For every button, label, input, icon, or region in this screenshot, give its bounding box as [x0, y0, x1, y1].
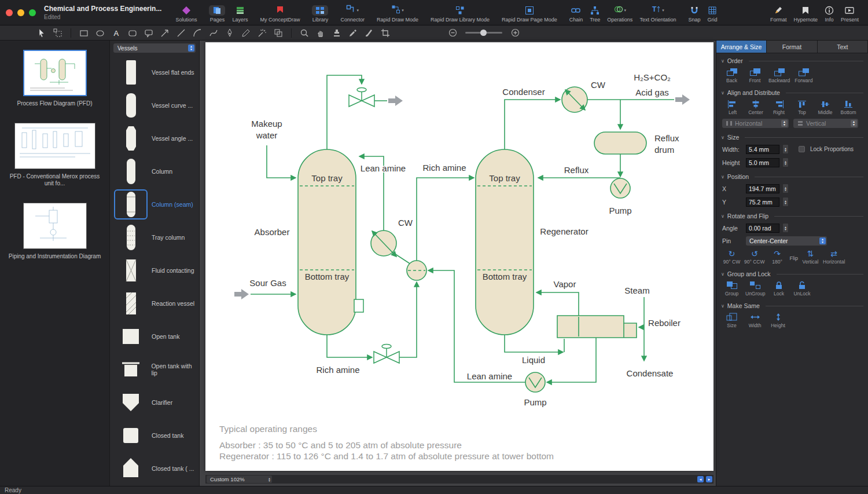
label-condensate[interactable]: Condensate [627, 368, 674, 378]
toolbar-button-library[interactable]: Library [312, 5, 328, 23]
control-valve-rich-amine[interactable] [374, 345, 399, 364]
angle-field[interactable]: 0.00 rad [746, 224, 779, 233]
page-thumbnail-pid[interactable] [23, 203, 87, 249]
toolbar-button-grid[interactable]: Grid [707, 5, 717, 23]
toolbar-button-solutions[interactable]: Solutions [175, 5, 197, 23]
unlock-button[interactable]: UnLock [793, 281, 812, 297]
page-thumbnail-label[interactable]: Piping and Instrumentation Diagram [9, 253, 101, 261]
make-same-width-button[interactable]: Width [745, 313, 764, 328]
rotate-180-button[interactable]: ↷180° [768, 249, 787, 265]
align-right-button[interactable]: Right [768, 100, 789, 115]
section-align-distribute[interactable]: ∨Align and Distribute [716, 85, 868, 98]
library-item-reaction-vessel[interactable]: Reaction vessel [110, 287, 199, 320]
align-left-button[interactable]: Left [722, 100, 743, 115]
label-liquid[interactable]: Liquid [522, 355, 545, 365]
ungroup-button[interactable]: UnGroup [745, 281, 766, 297]
page-thumbnail-merox[interactable] [14, 123, 95, 169]
label-reflux[interactable]: Reflux [564, 165, 589, 175]
scroll-right-button[interactable]: ▸ [706, 476, 712, 482]
width-field[interactable]: 5.4 mm [746, 145, 779, 154]
scroll-left-button[interactable]: ◂ [697, 476, 704, 482]
y-position-field[interactable]: 75.2 mm [746, 197, 779, 207]
align-center-button[interactable]: Center [745, 100, 766, 115]
label-reflux-drum-2[interactable]: drum [654, 145, 674, 155]
label-acid-gas-formula[interactable]: H₂S+CO₂ [634, 72, 671, 82]
label-cw-condenser[interactable]: CW [591, 80, 606, 90]
order-backward-button[interactable]: Backward [768, 68, 790, 83]
pin-select[interactable]: Center-Center ▲▼ [746, 236, 827, 246]
arrow-tool[interactable] [160, 28, 170, 38]
y-position-stepper[interactable]: ▲▼ [782, 197, 789, 207]
stream-arrow-acid-gas[interactable] [675, 94, 690, 105]
label-lean-amine-bottom[interactable]: Lean amine [467, 371, 512, 381]
stamp-tool[interactable] [332, 28, 341, 38]
eyedropper-tool[interactable] [348, 28, 358, 38]
line-tool[interactable] [176, 28, 186, 38]
library-item-fluid-contacting[interactable]: Fluid contacting [110, 254, 199, 287]
library-item-closed-tank[interactable]: Closed tank [110, 419, 199, 452]
minimize-window-button[interactable] [17, 9, 24, 16]
group-button[interactable]: Group [722, 281, 741, 297]
align-top-button[interactable]: Top [792, 100, 812, 115]
height-stepper[interactable]: ▲▼ [782, 158, 789, 167]
label-acid-gas[interactable]: Acid gas [635, 87, 669, 97]
library-item-column[interactable]: Column [110, 155, 199, 188]
label-steam[interactable]: Steam [624, 286, 649, 295]
tab-arrange-and-size[interactable]: Arrange & Size [716, 41, 767, 53]
tab-text[interactable]: Text [818, 41, 868, 53]
width-stepper[interactable]: ▲▼ [782, 144, 789, 154]
lock-proportions-checkbox[interactable] [799, 146, 805, 152]
toolbar-button-snap[interactable]: Snap [688, 5, 700, 23]
label-makeup-water-2[interactable]: water [256, 130, 278, 140]
page-thumbnail-pfd[interactable] [23, 50, 87, 96]
section-position[interactable]: ∨Position [716, 169, 868, 182]
zoom-in-button[interactable] [510, 28, 520, 38]
label-rich-amine-bottom[interactable]: Rich amine [316, 365, 359, 375]
label-regenerator-top-tray[interactable]: Top tray [489, 173, 520, 183]
zoom-tool[interactable] [300, 28, 309, 38]
label-reflux-pump[interactable]: Pump [609, 206, 631, 215]
toolbar-button-rapid-draw-mode[interactable]: ▾ Rapid Draw Mode [377, 5, 418, 23]
label-regenerator[interactable]: Regenerator [540, 226, 588, 236]
ellipse-tool[interactable] [95, 28, 105, 38]
brush-tool[interactable] [365, 28, 374, 38]
note-regenerator-range[interactable]: Regenerator : 115 to 126 °C and 1.4 to 1… [219, 451, 554, 461]
library-item-vessel-flat-ends[interactable]: Vessel flat ends [110, 56, 199, 89]
distribute-vertical-select[interactable]: Vertical ▲▼ [793, 119, 858, 128]
library-item-closed-tank-dome[interactable]: Closed tank ( ... [110, 452, 199, 485]
label-cw-cooler[interactable]: CW [398, 218, 413, 228]
toolbar-button-text-orientation[interactable]: T▾ Text Orientation [639, 5, 676, 23]
drawing-canvas[interactable]: Makeup water Sour Gas Absorber Top tray … [205, 42, 713, 471]
order-back-button[interactable]: Back [722, 68, 741, 83]
page-thumbnail-label[interactable]: PFD - Conventional Merox process unit fo… [6, 173, 104, 188]
pencil-tool[interactable] [241, 28, 251, 38]
section-rotate-flip[interactable]: ∨Rotate and Flip [716, 208, 868, 221]
note-absorber-range[interactable]: Absorber : 35 to 50 °C and 5 to 205 atm … [219, 440, 462, 450]
fullscreen-window-button[interactable] [29, 9, 36, 16]
label-condenser[interactable]: Condenser [502, 87, 545, 97]
reboiler-vessel[interactable] [557, 316, 637, 338]
library-item-tray-column[interactable]: Tray column [110, 221, 199, 254]
label-absorber-bottom-tray[interactable]: Bottom tray [305, 272, 350, 281]
shape-combine-tool[interactable] [274, 28, 283, 38]
control-valve-overhead[interactable] [349, 88, 374, 107]
library-category-select[interactable]: Vessels ▲▼ [113, 43, 196, 53]
toolbar-button-rapid-draw-library-mode[interactable]: Rapid Draw Library Mode [431, 5, 490, 23]
pan-tool[interactable] [316, 28, 325, 38]
select-tool[interactable] [37, 28, 46, 38]
zoom-slider[interactable] [465, 32, 502, 34]
reflux-drum-vessel[interactable] [594, 132, 646, 154]
toolbar-button-tree[interactable]: Tree [590, 5, 600, 23]
x-position-stepper[interactable]: ▲▼ [782, 184, 789, 193]
library-item-clarifier[interactable]: Clarifier [110, 386, 199, 419]
flip-horizontal-button[interactable]: ⇄Horizontal [823, 249, 845, 265]
library-item-vessel-angle[interactable]: Vessel angle ... [110, 122, 199, 155]
label-absorber[interactable]: Absorber [255, 227, 290, 237]
rotate-90-ccw-button[interactable]: ↺90° CCW [744, 249, 765, 265]
label-sour-gas[interactable]: Sour Gas [249, 278, 286, 288]
note-title[interactable]: Typical operating ranges [219, 424, 317, 434]
toolbar-button-info[interactable]: Info [825, 5, 834, 23]
library-item-open-tank-with-lip[interactable]: Open tank with lip [110, 353, 199, 386]
text-tool[interactable]: A [112, 28, 121, 38]
label-vapor[interactable]: Vapor [554, 279, 576, 289]
